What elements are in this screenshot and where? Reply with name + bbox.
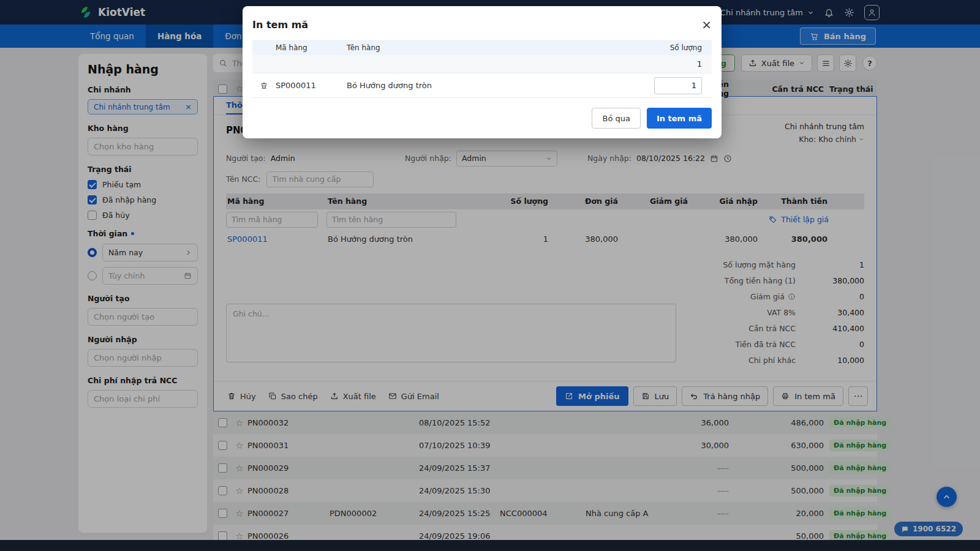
close-icon[interactable]: ×: [701, 18, 712, 31]
modal-total-row: 1: [252, 55, 712, 73]
kiotviet-app: KiotViet Chi nhánh trung tâm Tổng quan H…: [0, 0, 980, 551]
skip-button[interactable]: Bỏ qua: [592, 108, 640, 129]
total-quantity: 1: [639, 59, 712, 69]
print-label-modal: In tem mã × Mã hàng Tên hàng Số lượng 1 …: [243, 6, 722, 138]
label-quantity-input[interactable]: [654, 77, 702, 94]
modal-footer: Bỏ qua In tem mã: [243, 98, 722, 138]
modal-items-table: Mã hàng Tên hàng Số lượng 1 SP000011 Bó …: [252, 40, 712, 98]
modal-table-header: Mã hàng Tên hàng Số lượng: [252, 40, 712, 55]
print-labels-confirm-button[interactable]: In tem mã: [647, 108, 712, 129]
modal-header: In tem mã ×: [243, 6, 722, 40]
modal-item-name: Bó Hướng dương tròn: [347, 81, 639, 90]
remove-item-trash-icon[interactable]: [252, 81, 276, 90]
modal-item-row: SP000011 Bó Hướng dương tròn: [252, 73, 712, 98]
modal-item-code: SP000011: [276, 81, 347, 90]
modal-title: In tem mã: [252, 19, 308, 31]
